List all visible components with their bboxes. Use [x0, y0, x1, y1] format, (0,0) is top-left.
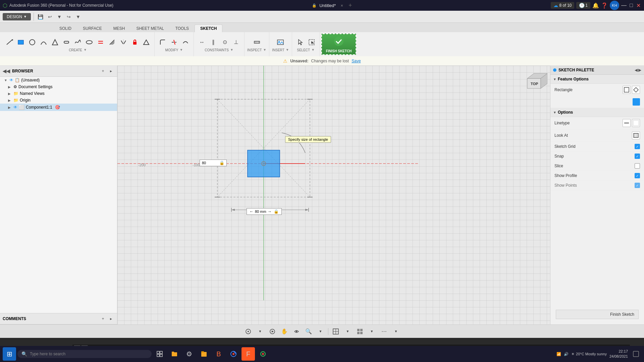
browser-item-unsaved[interactable]: ▼ 👁 📋 (Unsaved)	[0, 77, 117, 83]
undo-arrow[interactable]: ▼	[55, 13, 63, 21]
comments-expand-btn[interactable]: ▸	[108, 315, 114, 322]
redo-button[interactable]: ↪	[65, 13, 73, 21]
user-avatar[interactable]: KH	[610, 1, 619, 10]
chrome-btn[interactable]	[227, 347, 240, 361]
circle-tool[interactable]	[27, 37, 38, 48]
weather-area[interactable]: ☀ 20°C Mostly sunny	[571, 352, 607, 356]
explorer-btn[interactable]	[168, 347, 181, 361]
settings-btn[interactable]: ⚙	[182, 347, 196, 361]
comments-add-btn[interactable]: +	[100, 315, 106, 322]
hatch-tool[interactable]	[107, 37, 117, 48]
trim-tool[interactable]	[169, 37, 179, 48]
browser-item-component[interactable]: ▶ 👁 ⬜ Component1:1 🎯	[0, 104, 117, 111]
look-at-btn[interactable]	[632, 131, 640, 139]
taskbar-search-text[interactable]: Type here to search	[30, 352, 65, 356]
chrome-2-btn[interactable]	[256, 347, 270, 361]
start-button[interactable]: ⊞	[3, 347, 16, 361]
sp-finish-sketch-button[interactable]: Finish Sketch	[556, 310, 639, 319]
clock-area[interactable]: 22:17 24/08/2021	[609, 349, 628, 359]
equal-tool[interactable]	[95, 37, 106, 48]
arc-tool[interactable]	[38, 37, 49, 48]
capture-design-btn[interactable]	[268, 327, 277, 336]
tab-mesh[interactable]: MESH	[108, 24, 131, 32]
display-mode-arrow[interactable]: ▼	[343, 327, 353, 336]
triangle-constraint[interactable]	[141, 37, 152, 48]
save-button[interactable]: 💾	[37, 13, 45, 21]
zoom-btn[interactable]: 🔍	[304, 327, 313, 336]
line-tool[interactable]	[4, 37, 15, 48]
extend-tool[interactable]	[180, 37, 191, 48]
options-section[interactable]: ▼ Options	[550, 108, 644, 117]
ellipse-tool[interactable]	[84, 37, 95, 48]
slice-checkbox[interactable]	[635, 163, 640, 169]
close-button[interactable]: ✕	[636, 3, 641, 8]
browser-item-doc-settings[interactable]: ▶ ⚙ Document Settings	[0, 83, 117, 90]
maximize-button[interactable]: □	[629, 3, 634, 8]
collinear-constraint[interactable]: ∥	[208, 37, 219, 48]
insert-arrow[interactable]: ▼	[286, 48, 289, 52]
rectangle-diamond-btn[interactable]	[632, 86, 640, 94]
browser-add-btn[interactable]: +	[100, 68, 106, 74]
select-arrow[interactable]: ▼	[311, 48, 315, 52]
undo-button[interactable]: ↩	[46, 13, 54, 21]
coincident-constraint[interactable]: ↔	[197, 37, 207, 48]
slot-tool[interactable]	[61, 37, 72, 48]
file-manager-btn[interactable]	[197, 347, 211, 361]
notification-count-area[interactable]: ☁ 8 of 10	[551, 2, 575, 9]
browser-item-named-views[interactable]: ▶ 📁 Named Views	[0, 90, 117, 97]
fusion-btn[interactable]: F	[241, 347, 255, 361]
rectangle-corner-btn[interactable]	[623, 86, 631, 94]
create-arrow[interactable]: ▼	[84, 48, 87, 52]
more-options-arrow[interactable]: ▼	[391, 327, 401, 336]
orbit-tool[interactable]	[292, 327, 301, 336]
design-menu-button[interactable]: DESIGN ▼	[3, 13, 31, 20]
mirror-tool[interactable]	[118, 37, 129, 48]
inspect-arrow[interactable]: ▼	[263, 48, 266, 52]
show-profile-checkbox[interactable]: ✓	[635, 173, 640, 178]
grid-arrow[interactable]: ▼	[367, 327, 377, 336]
midpoint-constraint[interactable]: ⊥	[231, 37, 241, 48]
snap-mode-btn[interactable]	[244, 327, 253, 336]
browser-collapse-icon[interactable]: ◀◀	[3, 68, 10, 74]
browser-settings-btn[interactable]: ▸	[108, 68, 114, 74]
task-view-btn[interactable]	[153, 347, 166, 361]
display-mode-btn[interactable]	[331, 327, 340, 336]
modify-arrow[interactable]: ▼	[179, 48, 183, 52]
help-icon[interactable]: ❓	[601, 2, 608, 9]
sound-icon[interactable]: 🔊	[564, 352, 569, 356]
bell-icon[interactable]: 🔔	[592, 2, 599, 9]
sp-collapse-left[interactable]: ◀	[635, 68, 638, 72]
tab-title[interactable]: Untitled*	[319, 3, 336, 8]
snap-mode-arrow[interactable]: ▼	[256, 327, 265, 336]
tab-sketch[interactable]: SKETCH	[195, 24, 222, 32]
visibility-eye[interactable]: 👁	[9, 78, 13, 82]
notification-btn[interactable]	[631, 349, 641, 359]
select-tool[interactable]	[295, 37, 306, 48]
sketch-grid-checkbox[interactable]: ✓	[635, 144, 640, 149]
canvas-grid[interactable]: -200 -100	[117, 66, 550, 324]
fillet-tool[interactable]	[157, 37, 168, 48]
tab-tools[interactable]: TOOLS	[170, 24, 195, 32]
canvas-area[interactable]: -200 -100	[117, 66, 550, 324]
grid-btn[interactable]	[355, 327, 365, 336]
save-link[interactable]: Save	[352, 59, 361, 63]
browser-item-origin[interactable]: ▶ 📁 Origin	[0, 97, 117, 104]
triangle-tool[interactable]	[50, 37, 60, 48]
finish-sketch-button[interactable]: FINISH SKETCH	[321, 34, 357, 55]
insert-image-tool[interactable]	[275, 37, 286, 48]
search-bar[interactable]: 🔍 Type here to search	[17, 350, 152, 358]
redo-arrow[interactable]: ▼	[74, 13, 82, 21]
lock-constraint[interactable]	[129, 37, 140, 48]
tab-close-button[interactable]: ×	[340, 3, 343, 8]
constraints-arrow[interactable]: ▼	[230, 48, 233, 52]
rectangle-fill-blue[interactable]	[633, 98, 640, 106]
show-points-checkbox[interactable]: ✓	[635, 183, 640, 188]
component-target[interactable]: 🎯	[55, 105, 60, 110]
minimize-button[interactable]: —	[621, 3, 627, 8]
linetype-dashed-btn[interactable]	[632, 119, 640, 127]
select-dashed-tool[interactable]	[306, 37, 317, 48]
dimension-input-left[interactable]	[202, 161, 219, 165]
rectangle-tool[interactable]	[15, 37, 26, 48]
pan-tool[interactable]: ✋	[280, 327, 289, 336]
concentric-constraint[interactable]: ⊙	[219, 37, 230, 48]
